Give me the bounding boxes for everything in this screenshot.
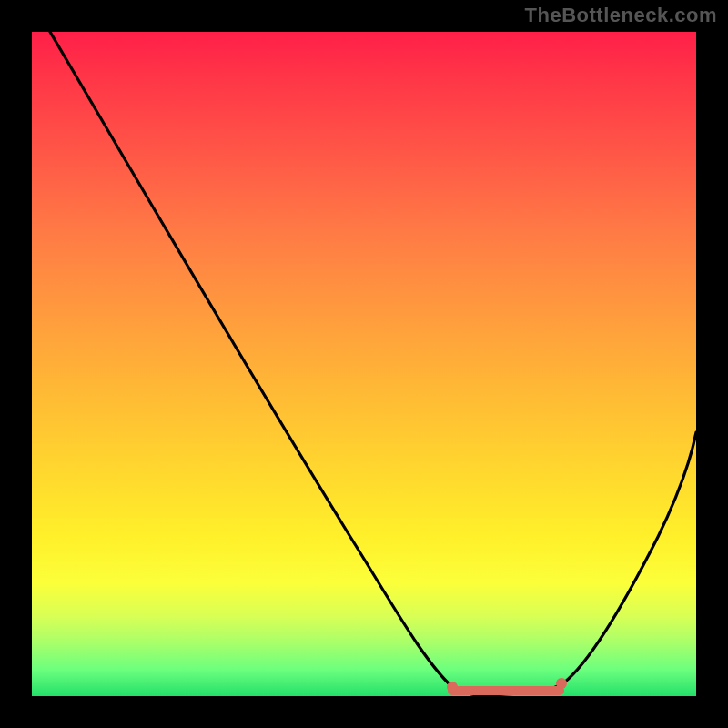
optimum-dot-left	[447, 682, 458, 693]
plot-area	[32, 32, 696, 696]
optimum-dot-right	[556, 678, 567, 689]
curve-layer	[32, 32, 696, 696]
bottleneck-curve	[50, 32, 696, 695]
watermark-text: TheBottleneck.com	[525, 4, 717, 27]
chart-frame: TheBottleneck.com	[0, 0, 728, 728]
